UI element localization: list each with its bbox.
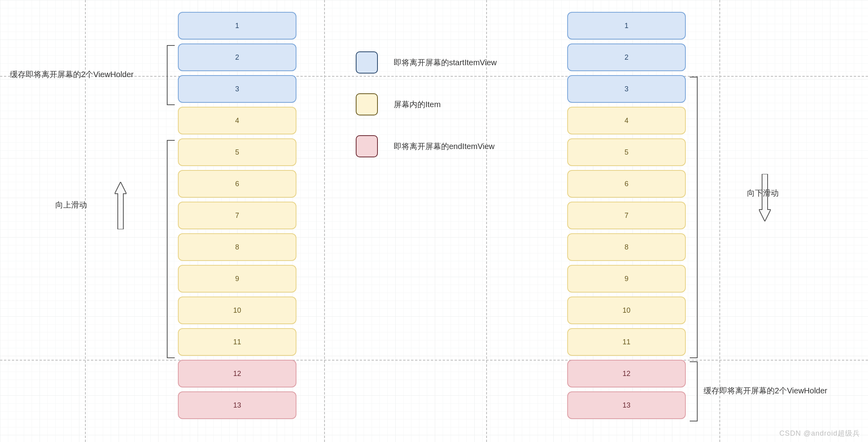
- item-label: 6: [235, 180, 239, 188]
- item-label: 7: [625, 212, 628, 220]
- item-label: 1: [235, 22, 239, 30]
- item-label: 8: [625, 243, 628, 251]
- label-cache-left: 缓存即将离开屏幕的2个ViewHolder: [10, 69, 134, 80]
- legend: 即将离开屏幕的startItemView 屏幕内的Item 即将离开屏幕的end…: [356, 51, 497, 157]
- item-label: 5: [235, 148, 239, 157]
- label-cache-right: 缓存即将离开屏幕的2个ViewHolder: [704, 385, 827, 396]
- column-right: 1 2 3 4 5 6 7 8 9 10 11 12 13: [567, 12, 686, 419]
- legend-swatch-pink: [356, 135, 378, 157]
- list-item-right-3: 3: [567, 75, 686, 103]
- legend-label-end: 即将离开屏幕的endItemView: [394, 141, 494, 152]
- label-scroll-down: 向下滑动: [747, 188, 779, 198]
- list-item-right-9: 9: [567, 265, 686, 293]
- list-item-left-6: 6: [178, 170, 296, 198]
- item-label: 4: [235, 117, 239, 125]
- item-label: 7: [235, 212, 239, 220]
- list-item-right-5: 5: [567, 138, 686, 166]
- item-label: 4: [625, 117, 628, 125]
- item-label: 1: [625, 22, 628, 30]
- item-label: 2: [625, 53, 628, 62]
- item-label: 13: [233, 401, 241, 410]
- legend-label-start: 即将离开屏幕的startItemView: [394, 57, 497, 68]
- list-item-right-2: 2: [567, 43, 686, 71]
- svg-marker-0: [115, 182, 126, 229]
- dash-line-v-right2: [719, 0, 720, 442]
- column-left: 1 2 3 4 5 6 7 8 9 10 11 12 13: [178, 12, 296, 419]
- list-item-left-5: 5: [178, 138, 296, 166]
- item-label: 12: [623, 370, 630, 378]
- dash-line-bottom: [0, 360, 868, 361]
- list-item-left-3: 3: [178, 75, 296, 103]
- legend-row-start: 即将离开屏幕的startItemView: [356, 51, 497, 74]
- item-label: 9: [625, 275, 628, 283]
- list-item-left-1: 1: [178, 12, 296, 40]
- list-item-left-7: 7: [178, 202, 296, 229]
- label-scroll-up: 向上滑动: [55, 200, 87, 210]
- list-item-right-12: 12: [567, 360, 686, 387]
- list-item-left-8: 8: [178, 233, 296, 261]
- item-label: 11: [233, 338, 241, 346]
- legend-swatch-yellow: [356, 93, 378, 115]
- dash-line-v-left: [85, 0, 86, 442]
- list-item-right-10: 10: [567, 297, 686, 324]
- list-item-right-8: 8: [567, 233, 686, 261]
- list-item-left-11: 11: [178, 328, 296, 356]
- legend-row-end: 即将离开屏幕的endItemView: [356, 135, 497, 157]
- arrow-up-icon: [115, 182, 126, 229]
- item-label: 5: [625, 148, 628, 157]
- list-item-left-10: 10: [178, 297, 296, 324]
- bracket-cache-left: [167, 45, 175, 105]
- list-item-right-1: 1: [567, 12, 686, 40]
- list-item-left-4: 4: [178, 107, 296, 134]
- bracket-screen-right: [690, 77, 698, 358]
- list-item-left-13: 13: [178, 391, 296, 419]
- dash-line-v-left2: [324, 0, 325, 442]
- list-item-right-11: 11: [567, 328, 686, 356]
- list-item-right-13: 13: [567, 391, 686, 419]
- item-label: 6: [625, 180, 628, 188]
- list-item-left-9: 9: [178, 265, 296, 293]
- item-label: 10: [623, 306, 630, 315]
- legend-label-mid: 屏幕内的Item: [394, 99, 441, 110]
- item-label: 9: [235, 275, 239, 283]
- list-item-left-2: 2: [178, 43, 296, 71]
- item-label: 3: [625, 85, 628, 93]
- list-item-right-7: 7: [567, 202, 686, 229]
- watermark: CSDN @android超级兵: [779, 429, 860, 438]
- item-label: 12: [233, 370, 241, 378]
- bracket-cache-right: [690, 361, 698, 421]
- list-item-left-12: 12: [178, 360, 296, 387]
- list-item-right-6: 6: [567, 170, 686, 198]
- legend-row-mid: 屏幕内的Item: [356, 93, 497, 115]
- item-label: 3: [235, 85, 239, 93]
- legend-swatch-blue: [356, 51, 378, 74]
- item-label: 10: [233, 306, 241, 315]
- item-label: 11: [623, 338, 630, 346]
- item-label: 13: [623, 401, 630, 410]
- item-label: 2: [235, 53, 239, 62]
- bracket-screen-left: [167, 140, 175, 358]
- list-item-right-4: 4: [567, 107, 686, 134]
- item-label: 8: [235, 243, 239, 251]
